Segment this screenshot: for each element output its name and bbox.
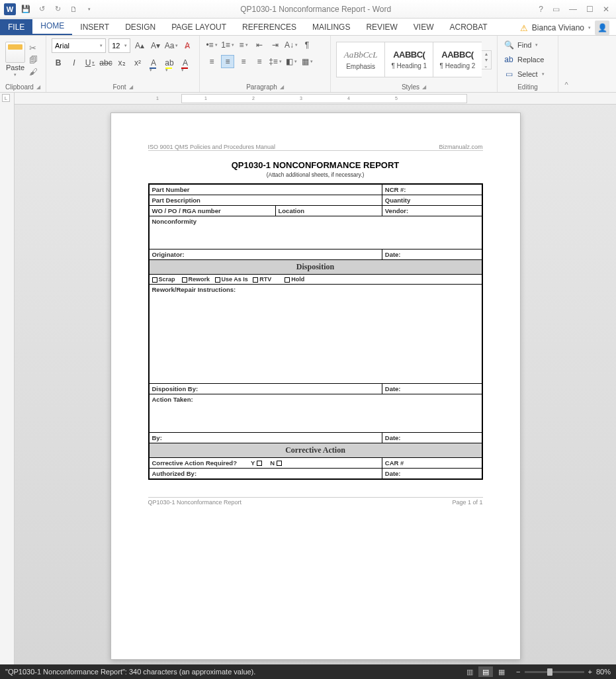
clipboard-dialog-launcher[interactable]: ◢ — [36, 84, 40, 90]
zoom-level[interactable]: 80% — [596, 668, 611, 676]
cell-disposition-options[interactable]: Scrap Rework Use As Is RTV Hold — [149, 275, 482, 285]
font-size-combo[interactable]: 12▾ — [109, 38, 130, 53]
help-icon[interactable]: ? — [539, 5, 543, 14]
redo-icon[interactable]: ↻ — [52, 3, 64, 15]
cell-date-1[interactable]: Date: — [382, 249, 482, 260]
document-area[interactable]: ISO 9001 QMS Policies and Procedures Man… — [15, 105, 616, 668]
clear-formatting-icon[interactable]: A̷ — [181, 39, 194, 52]
tab-references[interactable]: REFERENCES — [234, 19, 304, 35]
save-icon[interactable]: 💾 — [20, 3, 32, 15]
align-left-icon[interactable]: ≡ — [205, 55, 218, 68]
checkbox-rework[interactable] — [182, 277, 187, 283]
zoom-control[interactable]: − + 80% — [516, 668, 611, 676]
cell-originator[interactable]: Originator: — [149, 249, 382, 260]
style-emphasis[interactable]: AaBbCcL Emphasis — [336, 42, 384, 77]
checkbox-rtv[interactable] — [253, 277, 258, 283]
checkbox-hold[interactable] — [285, 277, 290, 283]
increase-indent-icon[interactable]: ⇥ — [269, 38, 282, 52]
tab-file[interactable]: FILE — [0, 19, 32, 35]
copy-icon[interactable]: 🗐 — [29, 55, 38, 65]
font-color-icon[interactable]: A — [179, 56, 192, 69]
cell-car[interactable]: CAR # — [382, 458, 482, 469]
tab-review[interactable]: REVIEW — [358, 19, 405, 35]
undo-icon[interactable]: ↺ — [36, 3, 48, 15]
cell-by[interactable]: By: — [149, 433, 382, 443]
style-heading-2[interactable]: AABBC( ¶ Heading 2 — [433, 42, 481, 77]
justify-icon[interactable]: ≡ — [253, 55, 266, 68]
show-hide-icon[interactable]: ¶ — [300, 38, 314, 52]
text-effects-icon[interactable]: A — [147, 56, 160, 69]
cell-date-3[interactable]: Date: — [382, 433, 482, 443]
cell-date-2[interactable]: Date: — [382, 384, 482, 394]
zoom-slider[interactable] — [525, 671, 584, 673]
tab-design[interactable]: DESIGN — [117, 19, 163, 35]
highlight-icon[interactable]: ab — [163, 56, 176, 69]
cell-location[interactable]: Location — [275, 206, 382, 216]
numbering-icon[interactable]: 1≡ — [221, 38, 234, 52]
minimize-icon[interactable]: — — [569, 5, 577, 14]
shading-icon[interactable]: ◧ — [285, 55, 298, 68]
checkbox-use-as-is[interactable] — [215, 277, 220, 283]
shrink-font-icon[interactable]: A▾ — [149, 39, 162, 52]
customize-qat-icon[interactable]: ▾ — [83, 3, 95, 15]
checkbox-scrap[interactable] — [152, 277, 157, 283]
change-case-icon[interactable]: Aa — [165, 39, 178, 52]
cell-part-number[interactable]: Part Number — [149, 184, 382, 195]
paragraph-dialog-launcher[interactable]: ◢ — [280, 84, 284, 90]
form-table[interactable]: Part Number NCR #: Part Description Quan… — [148, 183, 483, 480]
account-area[interactable]: ⚠ Bianca Viviano ▾ 👤 — [513, 21, 616, 35]
ribbon-display-icon[interactable]: ▭ — [552, 5, 560, 14]
style-heading-1[interactable]: AABBC( ¶ Heading 1 — [384, 42, 433, 77]
cell-authorized-by[interactable]: Authorized By: — [149, 469, 382, 480]
select-button[interactable]: ▭Select ▾ — [504, 68, 551, 81]
decrease-indent-icon[interactable]: ⇤ — [253, 38, 266, 52]
checkbox-ca-no[interactable] — [277, 461, 282, 466]
replace-button[interactable]: abReplace — [504, 53, 551, 66]
strikethrough-button[interactable]: abc — [99, 56, 112, 69]
find-button[interactable]: 🔍Find ▾ — [504, 38, 551, 52]
cell-part-desc[interactable]: Part Description — [149, 195, 382, 206]
cell-wo[interactable]: WO / PO / RGA number — [149, 206, 276, 216]
cell-vendor[interactable]: Vendor: — [382, 206, 482, 216]
styles-dialog-launcher[interactable]: ◢ — [422, 84, 426, 90]
repeat-icon[interactable]: 🗋 — [67, 3, 79, 15]
tab-mailings[interactable]: MAILINGS — [304, 19, 358, 35]
maximize-icon[interactable]: ☐ — [586, 5, 594, 14]
close-icon[interactable]: ✕ — [603, 5, 609, 14]
web-layout-icon[interactable]: ▦ — [494, 666, 509, 677]
styles-gallery-nav[interactable]: ▴▾⌄ — [482, 50, 492, 69]
cell-date-4[interactable]: Date: — [382, 469, 482, 480]
read-mode-icon[interactable]: ▥ — [462, 666, 477, 677]
collapse-ribbon-icon[interactable]: ^ — [558, 36, 574, 92]
format-painter-icon[interactable]: 🖌 — [29, 67, 38, 77]
align-right-icon[interactable]: ≡ — [237, 55, 250, 68]
subscript-button[interactable]: x₂ — [115, 56, 128, 69]
checkbox-ca-yes[interactable] — [257, 461, 262, 466]
cell-qty[interactable]: Quantity — [382, 195, 482, 206]
cell-nonconformity[interactable]: Nonconformity — [149, 216, 482, 249]
document-page[interactable]: ISO 9001 QMS Policies and Procedures Man… — [110, 113, 521, 660]
cell-action-taken[interactable]: Action Taken: — [149, 394, 482, 433]
paste-button[interactable]: Paste ▾ — [5, 42, 25, 77]
zoom-out-icon[interactable]: − — [516, 668, 520, 676]
underline-button[interactable]: U — [83, 56, 97, 69]
superscript-button[interactable]: x² — [131, 56, 144, 69]
line-spacing-icon[interactable]: ‡≡ — [269, 55, 282, 68]
tab-page-layout[interactable]: PAGE LAYOUT — [163, 19, 234, 35]
cell-ca-required[interactable]: Corrective Action Required? Y N — [149, 458, 382, 469]
borders-icon[interactable]: ▦ — [300, 55, 314, 68]
tab-acrobat[interactable]: ACROBAT — [441, 19, 495, 35]
print-layout-icon[interactable]: ▤ — [478, 666, 493, 677]
sort-icon[interactable]: A↓ — [285, 38, 298, 52]
tab-view[interactable]: VIEW — [406, 19, 442, 35]
italic-button[interactable]: I — [67, 56, 81, 69]
multilevel-list-icon[interactable]: ≡ — [237, 38, 250, 52]
cut-icon[interactable]: ✂ — [29, 43, 38, 53]
cell-rework-instructions[interactable]: Rework/Repair Instructions: — [149, 285, 482, 384]
font-dialog-launcher[interactable]: ◢ — [129, 84, 133, 90]
font-name-combo[interactable]: Arial▾ — [52, 38, 106, 53]
align-center-icon[interactable]: ≡ — [221, 55, 234, 68]
cell-disposition-by[interactable]: Disposition By: — [149, 384, 382, 394]
tab-home[interactable]: HOME — [32, 18, 72, 35]
zoom-in-icon[interactable]: + — [588, 668, 592, 676]
